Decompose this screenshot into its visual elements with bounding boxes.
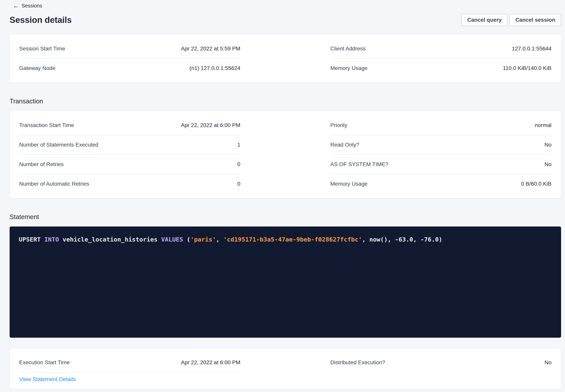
summary-row-gateway-node: Gateway Node (n1) 127.0.0.1:55624 bbox=[19, 59, 240, 78]
execution-right-column: Distributed Execution? No bbox=[330, 353, 552, 384]
sql-token: ( bbox=[183, 236, 190, 243]
summary-value: No bbox=[544, 359, 551, 366]
summary-row-client-address: Client Address 127.0.0.1:55644 bbox=[330, 39, 552, 59]
page-title: Session details bbox=[10, 15, 72, 25]
session-summary-card: Session Start Time Apr 22, 2022 at 5:59 … bbox=[10, 34, 561, 83]
breadcrumb-label: Sessions bbox=[22, 3, 42, 9]
summary-label: Distributed Execution? bbox=[330, 359, 385, 366]
summary-value: 1 bbox=[237, 141, 240, 149]
summary-value: Apr 22, 2022 at 6:00 PM bbox=[181, 122, 240, 129]
view-statement-details-row: View Statement Details bbox=[19, 372, 240, 384]
summary-label: Read Only? bbox=[330, 141, 359, 149]
sql-keyword-token: INTO bbox=[45, 236, 59, 243]
summary-row-transaction-memory-usage: Memory Usage 0 B/60.0 KiB bbox=[330, 174, 552, 194]
transaction-section-title: Transaction bbox=[10, 97, 561, 106]
summary-row-execution-start-time: Execution Start Time Apr 22, 2022 at 6:0… bbox=[19, 353, 240, 372]
summary-row-priority: Priority normal bbox=[330, 116, 552, 135]
header-actions: Cancel query Cancel session bbox=[461, 14, 561, 26]
summary-label: Transaction Start Time bbox=[19, 122, 74, 129]
summary-row-number-of-retries: Number of Retries 0 bbox=[19, 155, 240, 174]
summary-label: Execution Start Time bbox=[19, 359, 70, 366]
view-statement-details-link[interactable]: View Statement Details bbox=[19, 376, 76, 382]
session-summary-right-column: Client Address 127.0.0.1:55644 Memory Us… bbox=[330, 39, 552, 78]
session-details-page: ← Sessions Session details Cancel query … bbox=[0, 0, 565, 389]
session-summary-left-column: Session Start Time Apr 22, 2022 at 5:59 … bbox=[19, 39, 240, 78]
summary-row-transaction-start-time: Transaction Start Time Apr 22, 2022 at 6… bbox=[19, 116, 240, 135]
summary-value: Apr 22, 2022 at 6:00 PM bbox=[181, 359, 240, 366]
summary-value: Apr 22, 2022 at 5:59 PM bbox=[181, 45, 240, 52]
summary-row-as-of-system-time: AS OF SYSTEM TIME? No bbox=[330, 155, 552, 174]
sql-string-token: 'paris' bbox=[190, 236, 216, 243]
sql-token: , bbox=[216, 236, 223, 243]
summary-row-distributed-execution: Distributed Execution? No bbox=[330, 353, 552, 372]
cancel-session-button[interactable]: Cancel session bbox=[509, 14, 561, 26]
summary-value: No bbox=[544, 141, 551, 149]
summary-value: 0 bbox=[237, 180, 240, 188]
summary-value: No bbox=[544, 161, 551, 168]
summary-value: normal bbox=[535, 122, 551, 129]
execution-summary-card: Execution Start Time Apr 22, 2022 at 6:0… bbox=[10, 348, 561, 389]
cancel-query-button[interactable]: Cancel query bbox=[461, 14, 507, 26]
sql-token: vehicle_location_histories bbox=[59, 236, 161, 243]
summary-row-session-start-time: Session Start Time Apr 22, 2022 at 5:59 … bbox=[19, 39, 240, 59]
summary-label: Memory Usage bbox=[330, 65, 368, 72]
summary-row-memory-usage: Memory Usage 110.0 KiB/140.0 KiB bbox=[330, 59, 552, 78]
summary-label: AS OF SYSTEM TIME? bbox=[330, 161, 388, 168]
sql-token: , now(), -63.0, -76.0) bbox=[362, 236, 442, 243]
summary-row-automatic-retries: Number of Automatic Retries 0 bbox=[19, 174, 240, 194]
summary-value: 0 bbox=[237, 161, 240, 168]
transaction-left-column: Transaction Start Time Apr 22, 2022 at 6… bbox=[19, 116, 240, 194]
back-arrow-icon: ← bbox=[13, 3, 19, 9]
summary-label: Gateway Node bbox=[19, 65, 55, 72]
summary-label: Number of Retries bbox=[19, 161, 64, 168]
summary-value: 127.0.0.1:55644 bbox=[512, 45, 551, 52]
sql-token: UPSERT bbox=[19, 236, 45, 243]
summary-value: 110.0 KiB/140.0 KiB bbox=[503, 65, 551, 72]
gateway-node-link[interactable]: (n1) 127.0.0.1:55624 bbox=[190, 65, 240, 72]
summary-value: 0 B/60.0 KiB bbox=[521, 180, 551, 188]
summary-label: Priority bbox=[330, 122, 347, 129]
back-to-sessions-link[interactable]: ← Sessions bbox=[13, 0, 42, 9]
statement-section-title: Statement bbox=[10, 212, 561, 221]
summary-row-read-only: Read Only? No bbox=[330, 135, 552, 155]
sql-string-token: 'cd195171-b3a5-47ae-9beb-f028627fcfbc' bbox=[223, 236, 362, 243]
summary-label: Number of Automatic Retries bbox=[19, 180, 89, 188]
summary-row-statements-executed: Number of Statements Executed 1 bbox=[19, 135, 240, 155]
transaction-summary-card: Transaction Start Time Apr 22, 2022 at 6… bbox=[10, 111, 561, 198]
execution-left-column: Execution Start Time Apr 22, 2022 at 6:0… bbox=[19, 353, 240, 384]
summary-label: Number of Statements Executed bbox=[19, 141, 98, 149]
statement-sql-box: UPSERT INTO vehicle_location_histories V… bbox=[10, 226, 561, 338]
transaction-right-column: Priority normal Read Only? No AS OF SYST… bbox=[330, 116, 552, 194]
sql-keyword-token: VALUES bbox=[161, 236, 183, 243]
summary-label: Client Address bbox=[330, 45, 366, 52]
summary-label: Session Start Time bbox=[19, 45, 65, 52]
page-header: Session details Cancel query Cancel sess… bbox=[10, 14, 561, 26]
summary-label: Memory Usage bbox=[330, 180, 368, 188]
